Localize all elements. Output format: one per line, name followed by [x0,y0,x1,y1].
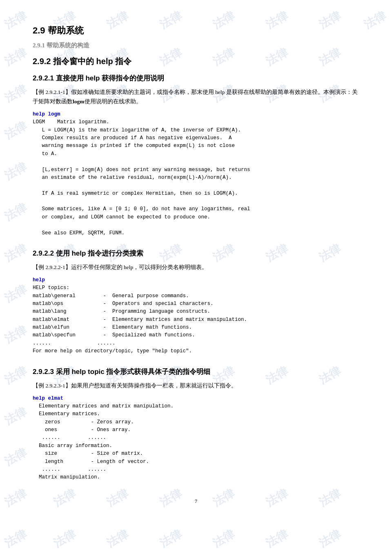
code-2922: help HELP topics: matlab\general - Gener… [33,276,359,356]
watermark: 法律 [210,526,237,551]
gap2 [33,357,359,367]
example-2921-1-bold: logm [73,98,85,105]
heading-29: 2.9 帮助系统 [33,24,359,37]
code-2923: help elmat Elementary matrices and matri… [33,395,359,482]
example-2923-1-text: 【例 2.9.2.3-1】如果用户想知道有关矩阵操作指令一栏表，那末就运行以下指… [33,381,359,391]
page-content: 2.9 帮助系统 2.9.1 帮助系统的构造 2.9.2 指令窗中的 help … [0,0,392,529]
watermark: 法律 [104,526,131,551]
heading-2923: 2.9.2.3 采用 help topic 指令形式获得具体子类的指令明细 [33,367,359,376]
code-2921: help logm LOGM Matrix logarithm. L = LOG… [33,111,359,237]
heading-2921: 2.9.2.1 直接使用 help 获得指令的使用说明 [33,73,359,83]
heading-2922: 2.9.2.2 使用 help 指令进行分类搜索 [33,249,359,258]
watermark: 法律 [263,526,290,551]
example-2922-1-text: 【例 2.9.2.2-1】运行不带任何限定的 help，可以得到分类名称明细表。 [33,263,359,272]
example-2921-1-text: 【例 2.9.2.1-1】假如准确知道所要求助的主题词，或指令名称，那末使用 h… [33,88,359,107]
example-2921-1-end: 使用说明的在线求助。 [85,98,142,105]
page-number: 7 [33,498,359,505]
watermark: 法律 [157,526,184,551]
watermark: 法律 [2,526,29,551]
heading-291: 2.9.1 帮助系统的构造 [33,42,359,49]
gap1 [33,239,359,249]
watermark: 法律 [316,526,343,551]
heading-292: 2.9.2 指令窗中的 help 指令 [33,56,359,67]
watermark: 法律 [51,526,78,551]
